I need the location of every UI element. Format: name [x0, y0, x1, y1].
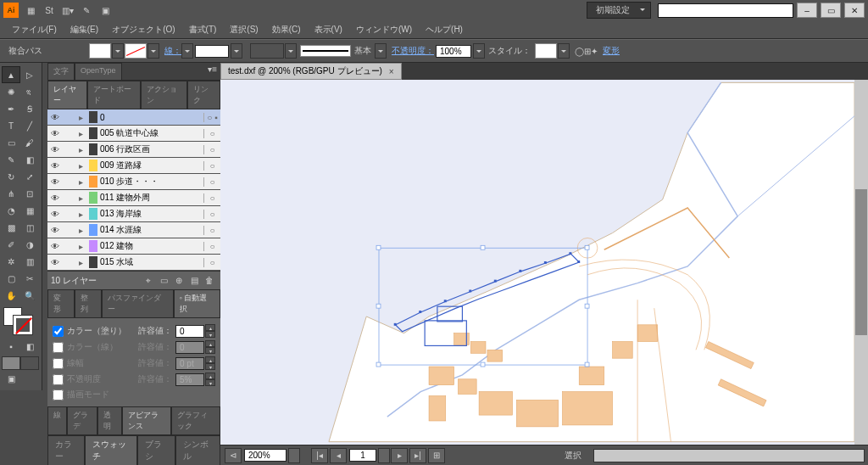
minimize-icon[interactable]: – — [797, 3, 817, 18]
delete-layer-icon[interactable]: 🗑 — [202, 274, 217, 288]
new-layer-icon[interactable]: ▤ — [186, 274, 202, 288]
blend-check[interactable] — [53, 389, 64, 401]
stroke-box[interactable] — [14, 316, 32, 334]
zoom-field[interactable] — [244, 449, 287, 462]
brush-preview[interactable] — [300, 45, 351, 57]
target-icon[interactable]: ○ — [203, 226, 220, 235]
target-icon[interactable]: ○ — [203, 161, 220, 171]
bridge-icon[interactable]: ▦ — [22, 3, 39, 18]
tab-artboards[interactable]: アートボード — [87, 81, 141, 109]
canvas[interactable] — [220, 80, 854, 445]
menu-view[interactable]: 表示(V) — [308, 22, 349, 37]
fill-tol-up[interactable]: ▴ — [205, 324, 215, 331]
rectangle-tool[interactable]: ▭ — [2, 134, 20, 151]
tab-swatches[interactable]: スウォッチ — [85, 435, 137, 465]
panel-menu-icon[interactable]: ▾≡ — [204, 63, 220, 80]
layer-row[interactable]: 👁▸012 建物○ — [47, 238, 220, 255]
expand-icon[interactable]: ▸ — [75, 258, 86, 267]
symbol-spray-tool[interactable]: ✲ — [2, 253, 20, 270]
visibility-icon[interactable]: 👁 — [47, 226, 63, 235]
zoom-dd[interactable] — [288, 448, 300, 463]
target-icon[interactable]: ○ — [203, 193, 220, 203]
shape-builder-tool[interactable]: ◔ — [2, 202, 20, 219]
type-tool[interactable]: T — [2, 117, 20, 134]
style-swatch[interactable] — [535, 43, 557, 59]
gradient-mode[interactable]: ◧ — [20, 338, 39, 355]
eyedropper-tool[interactable]: ✐ — [2, 236, 20, 253]
tab-pathfinder[interactable]: パスファインダー — [102, 289, 174, 317]
layer-row[interactable]: 👁▸0○ ▪ — [47, 109, 220, 126]
expand-icon[interactable]: ▸ — [75, 129, 86, 138]
menu-effect[interactable]: 効果(C) — [265, 22, 308, 37]
menu-file[interactable]: ファイル(F) — [5, 22, 64, 37]
nav-last-icon[interactable]: ▸| — [409, 448, 426, 463]
rotate-tool[interactable]: ↻ — [2, 168, 20, 185]
visibility-icon[interactable]: 👁 — [47, 161, 63, 171]
layer-row[interactable]: 👁▸011 建物外周○ — [47, 190, 220, 206]
tab-gradient[interactable]: グラデ — [67, 406, 97, 434]
stock-icon[interactable]: St — [41, 3, 58, 18]
layer-row[interactable]: 👁▸015 水域○ — [47, 255, 220, 271]
expand-icon[interactable]: ▸ — [75, 226, 86, 235]
expand-icon[interactable]: ▸ — [75, 193, 86, 203]
gradient-tool[interactable]: ◫ — [20, 219, 39, 236]
artboard-nav-icon[interactable]: ⊞ — [428, 448, 445, 463]
stroke-weight-dd[interactable] — [231, 43, 242, 59]
layer-row[interactable]: 👁▸013 海岸線○ — [47, 206, 220, 222]
layer-row[interactable]: 👁▸006 行政区画○ — [47, 142, 220, 158]
fill-tol-field[interactable]: 0 — [175, 325, 204, 338]
perspective-tool[interactable]: ▦ — [20, 202, 39, 219]
visibility-icon[interactable]: 👁 — [47, 258, 63, 267]
expand-icon[interactable]: ▸ — [75, 113, 86, 122]
screen-full[interactable] — [20, 356, 39, 370]
screen-normal[interactable] — [2, 356, 20, 370]
recolor-icon[interactable]: ◯ — [575, 47, 584, 56]
screen-mode[interactable]: ▣ — [2, 370, 20, 387]
menu-edit[interactable]: 編集(E) — [64, 22, 105, 37]
workspace-preset[interactable]: 初期設定 — [587, 2, 651, 19]
menu-object[interactable]: オブジェクト(O) — [105, 22, 181, 37]
visibility-icon[interactable]: 👁 — [47, 210, 63, 219]
varwidth-field[interactable] — [250, 43, 284, 59]
free-transform-tool[interactable]: ⊡ — [20, 185, 39, 202]
expand-icon[interactable]: ▸ — [75, 161, 86, 171]
tab-char[interactable]: 文字 — [47, 63, 75, 80]
stroke-weight-dn[interactable] — [181, 43, 193, 59]
layer-row[interactable]: 👁▸009 道路縁○ — [47, 158, 220, 174]
visibility-icon[interactable]: 👁 — [47, 177, 63, 187]
opacity-dd[interactable] — [473, 43, 485, 59]
direct-select-tool[interactable]: ▷ — [20, 66, 39, 83]
expand-icon[interactable]: ▸ — [75, 242, 86, 251]
stroke-swatch[interactable] — [125, 43, 147, 59]
mesh-tool[interactable]: ▩ — [2, 219, 20, 236]
visibility-icon[interactable]: 👁 — [47, 145, 63, 154]
hand-tool[interactable]: ✋ — [2, 287, 20, 304]
hscroll[interactable] — [593, 449, 865, 462]
layer-row[interactable]: 👁▸010 歩道・・・○ — [47, 174, 220, 190]
eraser-tool[interactable]: ◧ — [20, 151, 39, 168]
line-tool[interactable]: ╱ — [20, 117, 39, 134]
lasso-tool[interactable]: ఇ — [20, 83, 39, 100]
nav-prev-icon[interactable]: ◂ — [330, 448, 347, 463]
fill-tol-dn[interactable]: ▾ — [205, 331, 215, 338]
visibility-icon[interactable]: 👁 — [47, 113, 63, 122]
stroke-weight-field[interactable] — [195, 45, 229, 58]
scale-tool[interactable]: ⤢ — [20, 168, 39, 185]
tab-links[interactable]: リンク — [187, 81, 220, 109]
menu-select[interactable]: 選択(S) — [223, 22, 264, 37]
tab-transform[interactable]: 変形 — [47, 289, 75, 317]
varwidth-dd[interactable] — [285, 43, 297, 59]
artboard-dd[interactable] — [378, 448, 390, 463]
magic-wand-tool[interactable]: ✺ — [2, 83, 20, 100]
make-clip-icon[interactable]: ▭ — [156, 274, 171, 288]
nav-first-icon[interactable]: |◂ — [311, 448, 328, 463]
layer-row[interactable]: 👁▸005 軌道中心線○ — [47, 126, 220, 142]
close-tab-icon[interactable]: × — [389, 67, 394, 76]
brush-dd[interactable] — [375, 43, 387, 59]
tab-color[interactable]: カラー — [47, 435, 85, 465]
locate-layer-icon[interactable]: ⌖ — [141, 274, 156, 288]
stroke-dropdown[interactable] — [147, 43, 159, 59]
expand-icon[interactable]: ▸ — [75, 210, 86, 219]
slice-tool[interactable]: ✂ — [20, 270, 39, 287]
color-mode[interactable]: ▪ — [2, 338, 20, 355]
